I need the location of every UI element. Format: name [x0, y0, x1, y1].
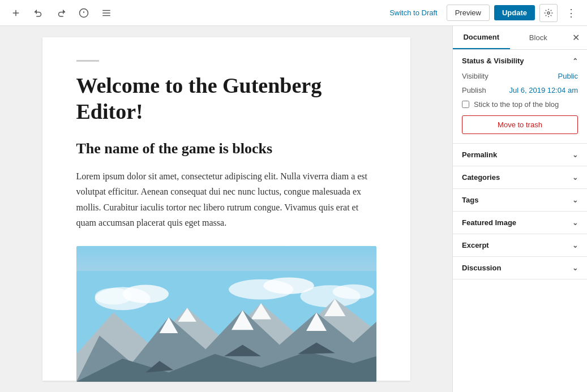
- update-button[interactable]: Update: [494, 5, 535, 20]
- section-discussion-header[interactable]: Discussion ⌄: [453, 257, 587, 279]
- section-featured-image-label: Featured Image: [462, 218, 516, 227]
- sidebar-close-button[interactable]: ✕: [567, 29, 585, 47]
- publish-label: Publish: [462, 86, 486, 94]
- post-heading[interactable]: The name of the game is blocks: [76, 140, 376, 157]
- publish-value[interactable]: Jul 6, 2019 12:04 am: [509, 86, 578, 94]
- info-button[interactable]: [75, 4, 93, 22]
- section-permalink-label: Permalink: [462, 150, 497, 159]
- chevron-up-icon: ⌃: [572, 57, 578, 65]
- section-excerpt-label: Excerpt: [462, 241, 489, 249]
- toolbar-left: [7, 4, 115, 22]
- visibility-value[interactable]: Public: [558, 72, 578, 80]
- svg-point-16: [332, 285, 374, 299]
- tab-block[interactable]: Block: [510, 27, 567, 49]
- editor-area: Welcome to the Gutenberg Editor! The nam…: [0, 26, 452, 392]
- stick-to-top-label: Stick to the top of the blog: [474, 100, 559, 109]
- svg-point-8: [547, 12, 550, 14]
- stick-to-top-checkbox[interactable]: [462, 101, 469, 108]
- add-block-button[interactable]: [7, 4, 25, 22]
- section-discussion: Discussion ⌄: [453, 257, 587, 279]
- section-categories-header[interactable]: Categories ⌄: [453, 166, 587, 188]
- section-status-visibility: Status & Visibility ⌃ Visibility Public …: [453, 50, 587, 144]
- visibility-label: Visibility: [462, 72, 489, 80]
- chevron-down-icon: ⌄: [572, 264, 578, 272]
- section-status-visibility-header[interactable]: Status & Visibility ⌃: [453, 50, 587, 72]
- chevron-down-icon: ⌄: [572, 242, 578, 249]
- section-permalink-header[interactable]: Permalink ⌄: [453, 144, 587, 166]
- visibility-row: Visibility Public: [462, 72, 578, 80]
- settings-button[interactable]: [539, 4, 558, 22]
- tab-document[interactable]: Document: [453, 26, 510, 49]
- title-divider: [76, 60, 99, 62]
- section-tags: Tags ⌄: [453, 189, 587, 212]
- post-title[interactable]: Welcome to the Gutenberg Editor!: [76, 73, 376, 124]
- post-body[interactable]: Lorem ipsum dolor sit amet, consectetur …: [76, 169, 376, 230]
- sidebar-tabs: Document Block ✕: [453, 26, 587, 50]
- editor-content: Welcome to the Gutenberg Editor! The nam…: [42, 37, 410, 381]
- toolbar-right: Switch to Draft Preview Update ⋮: [385, 4, 580, 22]
- main-layout: Welcome to the Gutenberg Editor! The nam…: [0, 26, 587, 392]
- sidebar: Document Block ✕ Status & Visibility ⌃ V…: [452, 26, 587, 392]
- svg-point-12: [95, 288, 131, 304]
- chevron-down-icon: ⌄: [572, 196, 578, 204]
- preview-button[interactable]: Preview: [447, 5, 490, 21]
- section-discussion-label: Discussion: [462, 264, 501, 272]
- section-categories-label: Categories: [462, 173, 500, 182]
- section-featured-image: Featured Image ⌄: [453, 212, 587, 234]
- chevron-down-icon: ⌄: [572, 151, 578, 159]
- chevron-down-icon: ⌄: [572, 219, 578, 227]
- section-tags-header[interactable]: Tags ⌄: [453, 189, 587, 211]
- section-permalink: Permalink ⌄: [453, 144, 587, 166]
- undo-button[interactable]: [29, 4, 48, 22]
- stick-to-top-row: Stick to the top of the blog: [462, 100, 578, 109]
- list-view-button[interactable]: [97, 4, 115, 22]
- move-to-trash-button[interactable]: Move to trash: [462, 115, 578, 134]
- section-featured-image-header[interactable]: Featured Image ⌄: [453, 212, 587, 234]
- post-image: [76, 246, 376, 382]
- section-excerpt: Excerpt ⌄: [453, 234, 587, 257]
- section-status-visibility-label: Status & Visibility: [462, 57, 524, 65]
- chevron-down-icon: ⌄: [572, 174, 578, 182]
- section-tags-label: Tags: [462, 196, 478, 204]
- redo-button[interactable]: [52, 4, 70, 22]
- section-categories: Categories ⌄: [453, 166, 587, 189]
- mountain-illustration: [76, 271, 376, 382]
- toolbar: Switch to Draft Preview Update ⋮: [0, 0, 587, 26]
- status-visibility-content: Visibility Public Publish Jul 6, 2019 12…: [453, 72, 587, 143]
- publish-row: Publish Jul 6, 2019 12:04 am: [462, 86, 578, 94]
- section-excerpt-header[interactable]: Excerpt ⌄: [453, 234, 587, 256]
- switch-to-draft-button[interactable]: Switch to Draft: [385, 6, 442, 19]
- more-options-button[interactable]: ⋮: [562, 4, 580, 22]
